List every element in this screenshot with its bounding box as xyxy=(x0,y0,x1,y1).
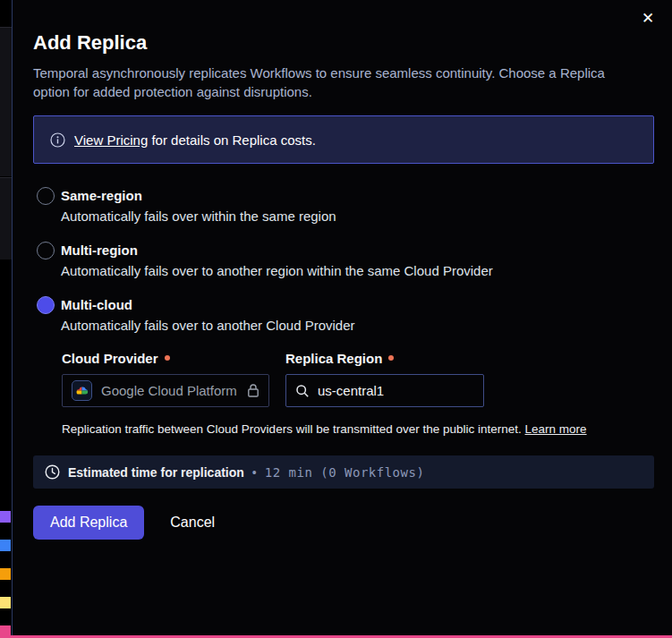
cloud-provider-label-text: Cloud Provider xyxy=(62,351,158,366)
learn-more-link[interactable]: Learn more xyxy=(525,422,587,436)
required-indicator xyxy=(165,355,170,361)
option-description: Automatically fails over to another regi… xyxy=(61,263,493,279)
radio-option-multi-region[interactable]: Multi-region Automatically fails over to… xyxy=(37,241,654,279)
background-panel xyxy=(0,177,12,259)
estimated-time-banner: Estimated time for replication • 12 min … xyxy=(33,455,654,489)
close-button[interactable]: ✕ xyxy=(637,7,659,29)
clock-icon xyxy=(45,464,60,480)
option-description: Automatically fails over to another Clou… xyxy=(61,318,355,334)
modal-title: Add Replica xyxy=(33,0,654,55)
add-replica-button[interactable]: Add Replica xyxy=(33,506,144,540)
background-page-edge xyxy=(0,0,12,638)
separator-dot: • xyxy=(252,465,257,480)
cloud-provider-value: Google Cloud Platform xyxy=(101,383,237,398)
option-label[interactable]: Multi-cloud xyxy=(61,295,355,315)
radio-option-same-region[interactable]: Same-region Automatically fails over wit… xyxy=(37,186,654,225)
replica-region-label: Replica Region xyxy=(285,351,484,366)
option-label[interactable]: Same-region xyxy=(61,186,336,206)
search-icon xyxy=(295,384,310,398)
note-text: Replication traffic between Cloud Provid… xyxy=(62,422,522,436)
pricing-info-banner: View Pricing for details on Replica cost… xyxy=(33,115,654,164)
estimated-time-label: Estimated time for replication xyxy=(68,465,244,480)
radio-button[interactable] xyxy=(37,242,55,259)
modal-content: ✕ Add Replica Temporal asynchronously re… xyxy=(13,0,672,635)
replica-region-label-text: Replica Region xyxy=(285,351,382,366)
estimated-time-value: 12 min (0 Workflows) xyxy=(265,465,425,480)
background-panel xyxy=(0,27,12,176)
radio-button[interactable] xyxy=(37,187,55,205)
pricing-banner-rest: for details on Replica costs. xyxy=(148,132,316,148)
option-description: Automatically fails over within the same… xyxy=(61,208,336,225)
option-text: Multi-cloud Automatically fails over to … xyxy=(61,295,355,334)
radio-option-multi-cloud[interactable]: Multi-cloud Automatically fails over to … xyxy=(37,295,654,334)
pricing-banner-text: View Pricing for details on Replica cost… xyxy=(74,132,316,148)
info-icon xyxy=(50,132,65,148)
option-text: Same-region Automatically fails over wit… xyxy=(61,186,336,225)
multi-cloud-form: Cloud Provider Replica Region xyxy=(62,351,654,436)
google-cloud-icon xyxy=(72,380,92,401)
option-text: Multi-region Automatically fails over to… xyxy=(61,241,493,279)
replica-region-value[interactable]: us-central1 xyxy=(318,383,384,398)
cloud-provider-select[interactable]: Google Cloud Platform xyxy=(62,374,269,407)
required-indicator xyxy=(388,355,394,361)
modal-description: Temporal asynchronously replicates Workf… xyxy=(33,64,634,101)
field-labels-row: Cloud Provider Replica Region xyxy=(62,351,654,366)
radio-button[interactable] xyxy=(37,296,55,314)
background-color-stripe xyxy=(0,540,11,551)
public-internet-note: Replication traffic between Cloud Provid… xyxy=(62,422,654,436)
background-color-stripe xyxy=(0,568,11,580)
option-label[interactable]: Multi-region xyxy=(61,241,493,260)
cloud-provider-label: Cloud Provider xyxy=(62,351,269,366)
cancel-button[interactable]: Cancel xyxy=(170,515,215,531)
replica-region-search-field[interactable]: us-central1 xyxy=(285,374,484,407)
background-color-stripe xyxy=(0,597,11,608)
background-color-stripe xyxy=(0,511,11,523)
view-pricing-link[interactable]: View Pricing xyxy=(74,132,148,148)
add-replica-modal: ✕ Add Replica Temporal asynchronously re… xyxy=(12,0,672,635)
lock-icon xyxy=(246,383,260,398)
modal-actions: Add Replica Cancel xyxy=(33,506,654,540)
fields-row: Google Cloud Platform xyxy=(62,374,654,407)
